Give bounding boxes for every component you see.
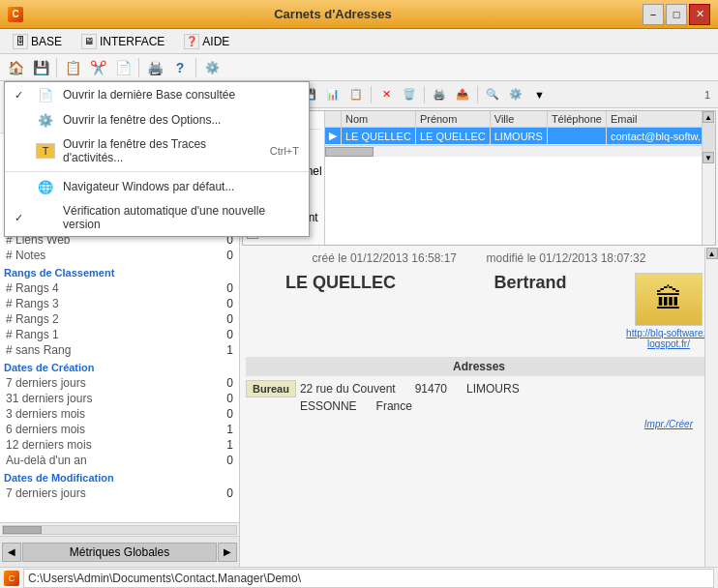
row-rangs4[interactable]: # Rangs 40 — [2, 280, 237, 296]
detail-vscroll[interactable]: ▲ — [704, 248, 718, 567]
toolbar-print[interactable]: 🖨️ — [143, 56, 166, 79]
row-31j[interactable]: 31 derniers jours0 — [2, 391, 237, 406]
status-icon: C — [4, 571, 19, 586]
dropdown-item-0[interactable]: ✓ 📄 Ouvrir la dernière Base consultée — [5, 82, 309, 107]
detail-scroll-up[interactable]: ▲ — [706, 248, 718, 259]
dropdown-menu: ✓ 📄 Ouvrir la dernière Base consultée ⚙️… — [4, 81, 310, 237]
dropdown-label-2: Ouvrir la fenêtre des Traces d'activités… — [63, 137, 262, 164]
ct-trash[interactable]: 🗑️ — [399, 84, 420, 105]
close-button[interactable]: ✕ — [689, 4, 710, 25]
cell-telephone — [547, 128, 606, 145]
menu-interface[interactable]: 🖥 INTERFACE — [73, 31, 173, 52]
ct-chart[interactable]: 📊 — [322, 84, 344, 105]
row-label: # Rangs 2 — [6, 312, 59, 326]
row-12m[interactable]: 12 derniers mois1 — [2, 437, 237, 453]
cell-ville: LIMOURS — [490, 128, 547, 145]
sidebar-scroll-track[interactable] — [2, 525, 237, 535]
row-value: 0 — [226, 486, 233, 500]
dropdown-item-4[interactable]: 🌐 Navigateur Windows par défaut... — [5, 174, 309, 199]
row-label: # Rangs 1 — [6, 328, 59, 341]
address-city: LIMOURS — [466, 380, 520, 397]
toolbar-home[interactable]: 🏠 — [4, 56, 27, 79]
detail-firstname-area: Bertrand — [435, 273, 625, 293]
tab-arrow-right[interactable]: ▶ — [218, 543, 237, 562]
vscroll-track[interactable] — [703, 123, 715, 152]
toolbar-save[interactable]: 💾 — [29, 56, 52, 79]
ct-search[interactable]: 🔍 — [482, 84, 503, 105]
dropdown-item-5[interactable]: ✓ Vérification automatique d'une nouvell… — [5, 199, 309, 236]
row-audelà[interactable]: Au-delà d'un an0 — [2, 453, 237, 468]
table-scroll[interactable]: Nom Prénom Ville Téléphone Email ▶ — [325, 111, 702, 145]
status-bar: C C:\Users\Admin\Documents\Contact.Manag… — [0, 567, 718, 588]
contacts-toolbar: Contacts 💾 📊 📋 ✕ 🗑️ 🖨️ 📤 🔍 ⚙️ ▼ 1 — [240, 81, 718, 108]
maximize-button[interactable]: □ — [666, 4, 687, 25]
app-icon: C — [8, 7, 23, 22]
title-bar-left: C — [8, 7, 23, 22]
sidebar-tabs: ◀ Métriques Globales ▶ — [0, 536, 239, 567]
sidebar-scroll-thumb[interactable] — [3, 526, 42, 534]
address-cp: 91470 — [415, 380, 447, 397]
tab-metriques[interactable]: Métriques Globales — [22, 543, 217, 562]
row-arrow: ▶ — [325, 128, 342, 145]
dates-creation-rows: 7 derniers jours0 31 derniers jours0 3 d… — [2, 375, 237, 468]
row-notes[interactable]: # Notes0 — [2, 248, 237, 263]
dropdown-icon-1: ⚙️ — [36, 112, 55, 128]
dropdown-item-2[interactable]: T Ouvrir la fenêtre des Traces d'activit… — [5, 132, 309, 169]
ct-clipboard[interactable]: 📋 — [345, 84, 367, 105]
col-nom[interactable]: Nom — [342, 111, 416, 128]
dropdown-icon-4: 🌐 — [36, 179, 55, 194]
toolbar-sep3 — [195, 58, 196, 77]
row-sans-rang[interactable]: # sans Rang1 — [2, 342, 237, 358]
dropdown-label-4: Navigateur Windows par défaut... — [63, 180, 234, 193]
row-value: 0 — [226, 454, 233, 467]
hscroll-thumb[interactable] — [325, 147, 374, 157]
ct-sep2 — [424, 86, 425, 103]
window-buttons: − □ ✕ — [643, 4, 710, 25]
row-label: Au-delà d'un an — [6, 454, 87, 467]
row-3m[interactable]: 3 derniers mois0 — [2, 406, 237, 422]
row-6m[interactable]: 6 derniers mois1 — [2, 422, 237, 437]
col-ville[interactable]: Ville — [490, 111, 547, 128]
row-rangs2[interactable]: # Rangs 20 — [2, 311, 237, 327]
toolbar-paste[interactable]: 📄 — [111, 56, 135, 79]
row-value: 1 — [226, 343, 233, 357]
ct-dropdown[interactable]: ▼ — [528, 84, 550, 105]
toolbar-help[interactable]: ? — [168, 56, 192, 79]
col-arrow — [325, 111, 342, 128]
table-row[interactable]: ▶ LE QUELLEC LE QUELLEC LIMOURS contact@… — [325, 128, 702, 145]
detail-logo-link[interactable]: http://blq-software.blogspot.fr/ — [625, 328, 712, 349]
row-rangs1[interactable]: # Rangs 10 — [2, 327, 237, 342]
detail-modified: modifié le 01/12/2013 18:07:32 — [487, 251, 646, 265]
vscroll-up[interactable]: ▲ — [703, 111, 714, 123]
address-country: France — [376, 397, 412, 415]
dates-modif-rows: 7 derniers jours0 — [2, 485, 237, 501]
tab-arrow-left[interactable]: ◀ — [2, 543, 21, 562]
table-vscroll[interactable]: ▲ ▼ — [702, 111, 715, 245]
toolbar-cut[interactable]: ✂️ — [86, 56, 109, 79]
row-value: 0 — [226, 376, 233, 390]
row-label: 12 derniers mois — [6, 438, 92, 452]
row-modif-7j[interactable]: 7 derniers jours0 — [2, 485, 237, 501]
col-prenom[interactable]: Prénom — [415, 111, 490, 128]
col-telephone[interactable]: Téléphone — [547, 111, 606, 128]
ct-export[interactable]: 📤 — [452, 84, 473, 105]
toolbar-settings[interactable]: ⚙️ — [200, 56, 224, 79]
imprimer-link[interactable]: Impr./Créer — [644, 419, 693, 429]
vscroll-down[interactable]: ▼ — [703, 152, 714, 163]
sidebar-scrollbar[interactable] — [0, 522, 239, 536]
row-7j[interactable]: 7 derniers jours0 — [2, 375, 237, 391]
col-email[interactable]: Email — [606, 111, 702, 128]
ct-delete-x[interactable]: ✕ — [375, 84, 397, 105]
interface-icon: 🖥 — [81, 34, 97, 49]
menu-base[interactable]: 🗄 BASE — [4, 31, 71, 52]
toolbar-copy[interactable]: 📋 — [61, 56, 84, 79]
dropdown-item-1[interactable]: ⚙️ Ouvrir la fenêtre des Options... — [5, 107, 309, 132]
minimize-button[interactable]: − — [643, 4, 664, 25]
menu-aide[interactable]: ❓ AIDE — [175, 31, 238, 52]
content-area: Contacts 💾 📊 📋 ✕ 🗑️ 🖨️ 📤 🔍 ⚙️ ▼ 1 — [240, 81, 718, 567]
ct-settings[interactable]: ⚙️ — [505, 84, 526, 105]
ct-print[interactable]: 🖨️ — [429, 84, 450, 105]
row-rangs3[interactable]: # Rangs 30 — [2, 296, 237, 311]
row-value: 1 — [226, 423, 233, 436]
table-hscroll[interactable] — [325, 145, 702, 157]
